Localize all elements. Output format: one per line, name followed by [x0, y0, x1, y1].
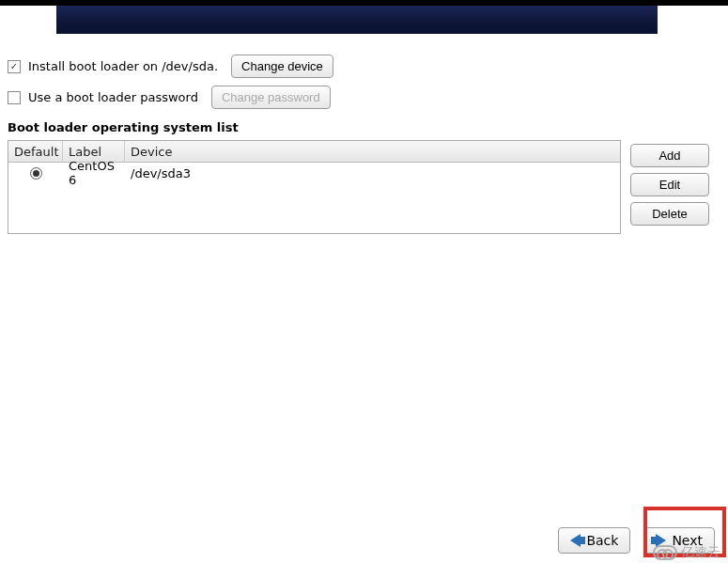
side-buttons: Add Edit Delete [630, 144, 709, 226]
bootloader-password-row: Use a boot loader password Change passwo… [8, 86, 720, 109]
default-radio[interactable] [30, 167, 42, 180]
change-device-button[interactable]: Change device [231, 55, 333, 78]
footer-nav: Back Next [0, 527, 728, 554]
main-content: Install boot loader on /dev/sda. Change … [0, 34, 728, 234]
delete-button[interactable]: Delete [630, 202, 709, 226]
next-button-label: Next [672, 533, 703, 548]
row-label-cell: CentOS 6 [63, 157, 125, 189]
edit-button[interactable]: Edit [630, 173, 709, 196]
next-button[interactable]: Next [643, 527, 715, 554]
header-banner [56, 6, 658, 34]
back-button-label: Back [586, 533, 618, 548]
row-device-cell: /dev/sda3 [125, 164, 620, 182]
arrow-right-icon [656, 534, 666, 547]
table-row[interactable]: CentOS 6 /dev/sda3 [8, 163, 620, 183]
arrow-left-icon [570, 534, 581, 547]
os-list-title: Boot loader operating system list [8, 120, 720, 134]
back-button[interactable]: Back [558, 527, 630, 554]
install-bootloader-label: Install boot loader on /dev/sda. [28, 59, 218, 73]
os-list-area: Default Label Device CentOS 6 /dev/sda3 … [8, 140, 720, 234]
os-table: Default Label Device CentOS 6 /dev/sda3 [8, 140, 621, 234]
bootloader-password-checkbox[interactable] [8, 91, 21, 104]
add-button[interactable]: Add [630, 144, 709, 167]
change-password-button: Change password [211, 86, 331, 109]
th-device[interactable]: Device [125, 141, 620, 162]
th-default[interactable]: Default [8, 141, 63, 162]
row-default-cell[interactable] [8, 165, 63, 181]
install-bootloader-checkbox[interactable] [8, 60, 21, 73]
bootloader-password-label: Use a boot loader password [28, 90, 198, 104]
install-bootloader-row: Install boot loader on /dev/sda. Change … [8, 55, 720, 78]
